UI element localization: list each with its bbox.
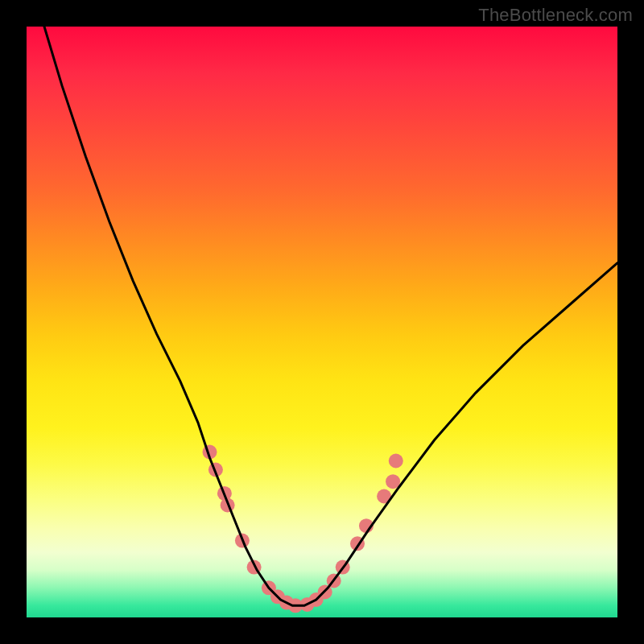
chart-frame: TheBottleneck.com [0,0,644,644]
chart-markers [203,445,403,613]
chart-curve [44,27,617,605]
watermark-text: TheBottleneck.com [478,5,633,26]
chart-plot-area [27,27,617,617]
chart-svg [27,27,617,617]
chart-marker [389,454,403,469]
